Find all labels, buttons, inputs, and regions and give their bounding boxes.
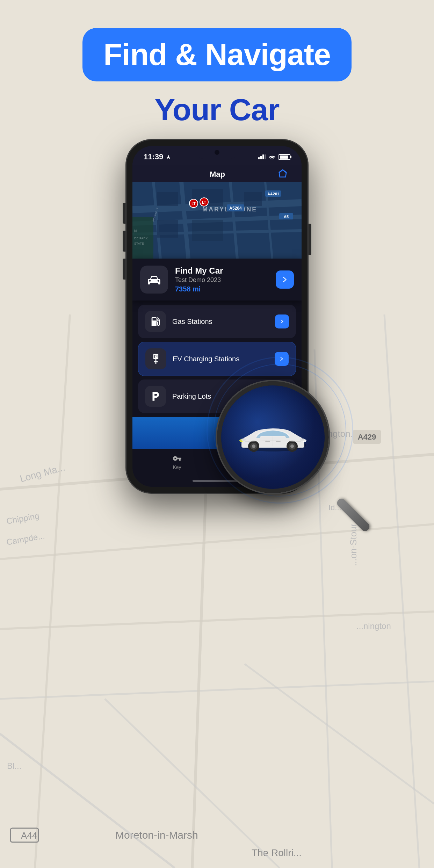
phone-mockup: 11:39 bbox=[126, 140, 308, 493]
status-icons bbox=[258, 154, 290, 160]
svg-rect-38 bbox=[192, 220, 223, 241]
svg-rect-37 bbox=[157, 220, 178, 238]
parking-icon-box bbox=[145, 386, 166, 407]
ev-charging-icon bbox=[150, 353, 162, 365]
headline-line1: Find & Navigate bbox=[103, 38, 331, 72]
headline-badge: Find & Navigate bbox=[82, 28, 352, 81]
ev-charging-icon-box bbox=[145, 348, 166, 369]
car-illustration bbox=[234, 419, 311, 454]
svg-text:AA201: AA201 bbox=[267, 192, 279, 196]
key-icon bbox=[173, 454, 182, 463]
find-car-arrow-button[interactable] bbox=[276, 270, 294, 289]
svg-point-66 bbox=[252, 444, 255, 448]
svg-text:STATE: STATE bbox=[134, 242, 144, 245]
svg-point-69 bbox=[290, 444, 294, 448]
svg-text:A44: A44 bbox=[21, 830, 37, 841]
svg-text:LT: LT bbox=[202, 201, 206, 204]
signal-bars-icon bbox=[258, 154, 266, 159]
nav-title: Map bbox=[210, 170, 225, 179]
tab-key-label: Key bbox=[173, 464, 181, 470]
status-bar: 11:39 bbox=[132, 146, 302, 165]
gas-stations-chevron-right-icon bbox=[279, 319, 285, 324]
svg-rect-74 bbox=[265, 441, 270, 442]
svg-text:Bl...: Bl... bbox=[7, 761, 21, 771]
headline-line2: Your Car bbox=[154, 92, 279, 128]
location-arrow-icon bbox=[166, 154, 171, 159]
svg-text:...on-Stour: ...on-Stour bbox=[348, 523, 359, 566]
premium-icon bbox=[278, 168, 288, 180]
magnifier-overlay bbox=[217, 381, 350, 514]
parking-icon bbox=[150, 390, 161, 402]
notch bbox=[196, 146, 238, 159]
header: Find & Navigate Your Car bbox=[0, 28, 434, 128]
svg-rect-36 bbox=[244, 192, 262, 206]
find-my-car-card[interactable]: Find My Car Test Demo 2023 7358 mi bbox=[132, 259, 302, 301]
status-time: 11:39 bbox=[144, 152, 171, 161]
svg-rect-72 bbox=[300, 439, 304, 441]
svg-rect-75 bbox=[276, 441, 281, 442]
car-in-magnifier bbox=[234, 419, 311, 455]
tab-key[interactable]: Key bbox=[173, 454, 182, 470]
phone-map: MARYLEBONE N DE PARK STATE Seymour Pl LT… bbox=[132, 182, 302, 259]
svg-text:...nington: ...nington bbox=[356, 621, 391, 631]
find-car-distance: 7358 mi bbox=[175, 285, 269, 293]
wifi-icon bbox=[269, 154, 276, 159]
svg-text:DE PARK: DE PARK bbox=[134, 237, 148, 240]
gas-pump-icon bbox=[150, 316, 161, 327]
find-car-info: Find My Car Test Demo 2023 7358 mi bbox=[175, 266, 269, 293]
svg-text:A5204: A5204 bbox=[229, 206, 242, 211]
svg-rect-58 bbox=[158, 282, 160, 284]
app-nav-bar: Map bbox=[132, 165, 302, 182]
car-icon-box bbox=[140, 266, 168, 294]
find-car-subtitle: Test Demo 2023 bbox=[175, 276, 269, 284]
svg-rect-73 bbox=[241, 439, 246, 441]
car-silhouette-icon bbox=[146, 271, 162, 288]
gas-station-icon-box bbox=[145, 311, 166, 332]
magnifier-glass bbox=[217, 381, 329, 493]
svg-rect-57 bbox=[148, 282, 150, 284]
battery-icon bbox=[279, 154, 290, 160]
gas-stations-label: Gas Stations bbox=[172, 318, 269, 326]
svg-rect-34 bbox=[157, 192, 178, 206]
svg-text:N: N bbox=[134, 229, 137, 233]
gas-stations-arrow[interactable] bbox=[275, 314, 289, 328]
gas-stations-item[interactable]: Gas Stations bbox=[138, 305, 296, 338]
find-car-title: Find My Car bbox=[175, 266, 269, 276]
notch-dot bbox=[215, 150, 219, 155]
chevron-right-icon bbox=[281, 276, 289, 283]
svg-text:LT: LT bbox=[191, 202, 195, 206]
svg-text:A429: A429 bbox=[358, 433, 376, 441]
svg-text:A5: A5 bbox=[284, 215, 289, 219]
